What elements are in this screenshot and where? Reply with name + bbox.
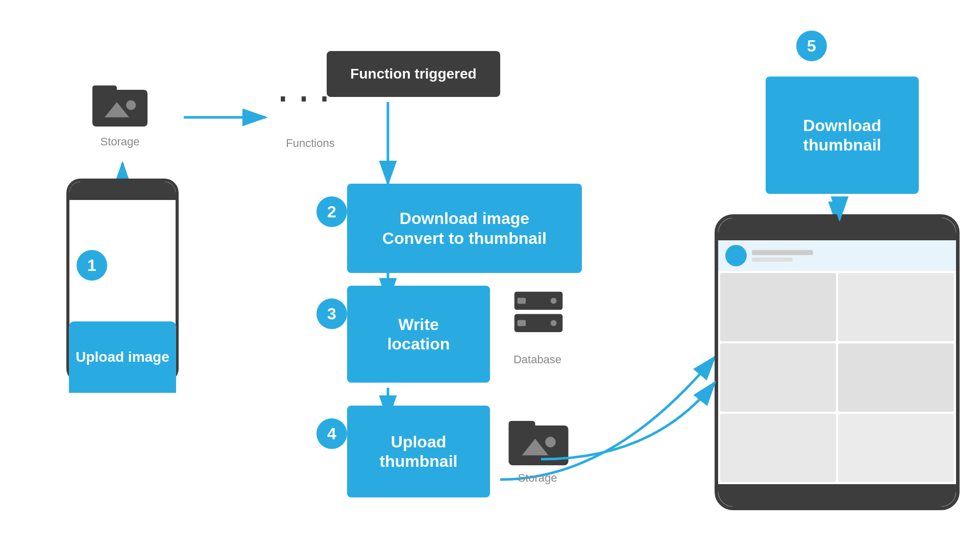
storage-icon-left — [89, 71, 151, 135]
svg-point-21 — [545, 437, 556, 447]
svg-point-10 — [126, 100, 136, 110]
storage-label-left: Storage — [100, 135, 140, 148]
step-3-badge: 3 — [316, 298, 347, 329]
grid-cell-2 — [838, 273, 954, 341]
download-thumbnail-label: Download thumbnail — [803, 116, 881, 155]
thumbnail-grid — [718, 271, 956, 484]
functions-label: Functions — [285, 137, 336, 150]
svg-rect-8 — [92, 86, 117, 95]
storage-label-bottom: Storage — [509, 471, 566, 485]
avatar-circle — [725, 245, 747, 266]
app-bar-text-lines — [752, 250, 813, 262]
right-phone-screen — [718, 240, 956, 484]
right-phone — [715, 214, 960, 510]
right-phone-top — [718, 218, 956, 240]
app-bar — [718, 240, 956, 271]
grid-cell-4 — [838, 343, 954, 412]
database-label: Database — [509, 353, 566, 366]
download-convert-label: Download image Convert to thumbnail — [382, 209, 547, 248]
write-location-box: Write location — [347, 286, 490, 383]
phone-top — [69, 182, 176, 200]
grid-cell-5 — [720, 414, 836, 482]
upload-thumbnail-label: Upload thumbnail — [380, 432, 458, 471]
step-5-badge: 5 — [796, 31, 827, 61]
download-convert-box: Download image Convert to thumbnail — [347, 184, 582, 273]
upload-thumbnail-box: Upload thumbnail — [347, 406, 490, 497]
svg-point-16 — [551, 298, 557, 304]
step-1-badge: 1 — [77, 250, 107, 281]
database-icon — [505, 286, 572, 354]
function-triggered-box: Function triggered — [327, 51, 500, 97]
upload-image-box: Upload image — [69, 321, 176, 393]
diagram: 1 Upload image Storage {···} Functions F… — [0, 0, 980, 551]
svg-rect-15 — [518, 320, 526, 326]
grid-cell-1 — [720, 273, 836, 341]
grid-cell-3 — [720, 343, 836, 412]
storage-icon-bottom — [505, 408, 572, 471]
svg-point-17 — [551, 320, 557, 326]
step-2-badge: 2 — [316, 196, 347, 227]
right-phone-bottom — [718, 484, 956, 507]
grid-cell-6 — [838, 414, 954, 482]
download-thumbnail-box: Download thumbnail — [766, 77, 919, 194]
svg-rect-19 — [509, 421, 535, 432]
step-4-badge: 4 — [316, 418, 347, 449]
svg-rect-14 — [518, 298, 526, 304]
write-location-label: Write location — [387, 315, 450, 354]
